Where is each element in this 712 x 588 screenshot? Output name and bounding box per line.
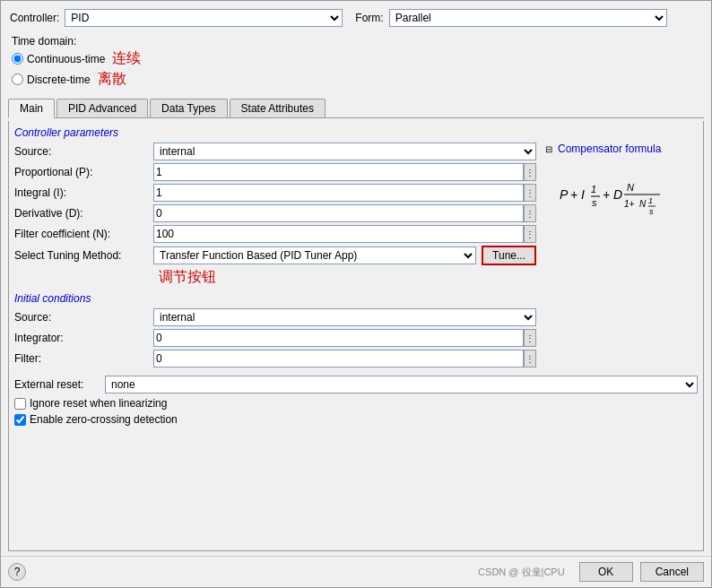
svg-text:1+: 1+ xyxy=(624,199,635,209)
ic-source-wrap: internal xyxy=(153,308,536,326)
discrete-chinese: 离散 xyxy=(98,70,126,89)
integral-input[interactable] xyxy=(153,184,524,202)
filter-coeff-label: Filter coefficient (N): xyxy=(14,228,153,240)
form-label: Form: xyxy=(355,12,383,24)
derivative-row: Derivative (D): ⋮ xyxy=(14,204,536,222)
ic-source-select[interactable]: internal xyxy=(153,308,536,326)
derivative-input[interactable] xyxy=(153,204,524,222)
proportional-wrap: ⋮ xyxy=(153,163,536,181)
filter-ic-label: Filter: xyxy=(14,352,153,365)
ic-source-row: Source: internal xyxy=(14,308,536,326)
filter-coeff-dots[interactable]: ⋮ xyxy=(524,225,536,243)
svg-text:+: + xyxy=(603,187,610,202)
source-input-wrap: internal xyxy=(153,143,536,160)
time-domain-label: Time domain: xyxy=(12,35,700,48)
proportional-row: Proportional (P): ⋮ xyxy=(14,163,536,181)
tuning-wrap: Transfer Function Based (PID Tuner App) … xyxy=(153,246,536,265)
controller-label: Controller: xyxy=(10,12,59,24)
tab-main[interactable]: Main xyxy=(8,99,55,118)
controller-select[interactable]: PID xyxy=(65,9,343,27)
filter-ic-dots[interactable]: ⋮ xyxy=(524,350,536,368)
derivative-label: Derivative (D): xyxy=(14,207,153,220)
left-panel: Source: internal Proportional (P): ⋮ xyxy=(14,143,536,370)
source-label: Source: xyxy=(14,145,153,158)
right-panel: ⊟ Compensator formula P + I 1 xyxy=(536,143,698,370)
derivative-wrap: ⋮ xyxy=(153,204,536,222)
source-select[interactable]: internal xyxy=(153,143,536,160)
integrator-row: Integrator: ⋮ xyxy=(14,329,536,347)
filter-ic-input[interactable] xyxy=(153,350,524,368)
continuous-time-label: Continuous-time xyxy=(27,53,105,65)
tuning-method-select[interactable]: Transfer Function Based (PID Tuner App) xyxy=(153,246,476,264)
filter-coeff-input[interactable] xyxy=(153,225,524,243)
tuning-row: Select Tuning Method: Transfer Function … xyxy=(14,246,536,265)
main-window: Controller: PID Form: Parallel Time doma… xyxy=(0,0,712,588)
source-row: Source: internal xyxy=(14,143,536,160)
derivative-dots[interactable]: ⋮ xyxy=(524,204,536,222)
bottom-bar: ? CSDN @ 役童|CPU OK Cancel xyxy=(1,556,711,587)
ignore-reset-checkbox[interactable] xyxy=(14,398,26,410)
help-button[interactable]: ? xyxy=(8,563,26,581)
svg-text:N: N xyxy=(627,182,634,193)
initial-conditions-label: Initial conditions xyxy=(14,292,536,305)
filter-coeff-wrap: ⋮ xyxy=(153,225,536,243)
main-panel: Controller parameters Source: internal xyxy=(8,121,704,551)
main-content-area: Source: internal Proportional (P): ⋮ xyxy=(14,143,698,370)
cancel-button[interactable]: Cancel xyxy=(640,562,704,582)
tune-button[interactable]: Tune... xyxy=(482,246,536,265)
integrator-input[interactable] xyxy=(153,329,524,347)
tune-annotation: 调节按钮 xyxy=(159,268,216,287)
time-domain-section: Time domain: Continuous-time 连续 Discrete… xyxy=(8,33,704,92)
proportional-dots[interactable]: ⋮ xyxy=(524,163,536,181)
svg-text:1: 1 xyxy=(648,196,653,205)
svg-text:s: s xyxy=(592,197,597,208)
pid-formula-svg: P + I 1 s + D N xyxy=(552,168,704,221)
ok-button[interactable]: OK xyxy=(579,562,633,582)
proportional-input[interactable] xyxy=(153,163,524,181)
svg-text:s: s xyxy=(649,207,654,216)
integral-dots[interactable]: ⋮ xyxy=(524,184,536,202)
proportional-label: Proportional (P): xyxy=(14,166,153,178)
initial-conditions-section: Initial conditions Source: internal xyxy=(14,292,536,368)
svg-text:I: I xyxy=(581,187,585,202)
svg-text:N: N xyxy=(639,199,647,209)
svg-text:D: D xyxy=(613,187,622,202)
controller-params-label: Controller parameters xyxy=(14,126,698,139)
integral-label: Integral (I): xyxy=(14,186,153,199)
discrete-time-row: Discrete-time 离散 xyxy=(12,70,700,89)
zero-crossing-checkbox[interactable] xyxy=(14,414,26,426)
integrator-dots[interactable]: ⋮ xyxy=(524,329,536,347)
discrete-time-label: Discrete-time xyxy=(27,74,91,86)
zero-crossing-label: Enable zero-crossing detection xyxy=(30,413,178,426)
ic-source-label: Source: xyxy=(14,311,153,324)
filter-ic-wrap: ⋮ xyxy=(153,350,536,368)
tab-pid-advanced[interactable]: PID Advanced xyxy=(56,99,148,117)
continuous-time-radio[interactable] xyxy=(12,53,23,65)
filter-ic-row: Filter: ⋮ xyxy=(14,350,536,368)
tab-data-types[interactable]: Data Types xyxy=(150,99,227,117)
external-reset-label: External reset: xyxy=(14,378,100,391)
help-area: ? xyxy=(8,563,26,581)
compensator-formula-link[interactable]: Compensator formula xyxy=(558,143,661,155)
tuning-label: Select Tuning Method: xyxy=(14,249,153,262)
external-reset-select[interactable]: none xyxy=(105,376,698,393)
svg-text:P: P xyxy=(560,187,569,202)
zero-crossing-row: Enable zero-crossing detection xyxy=(14,413,698,426)
watermark-text: CSDN @ 役童|CPU xyxy=(478,566,565,579)
expand-icon: ⊟ xyxy=(545,144,552,154)
tab-state-attributes[interactable]: State Attributes xyxy=(230,99,326,117)
svg-text:1: 1 xyxy=(591,184,596,195)
controller-row: Controller: PID Form: Parallel xyxy=(8,5,704,30)
tab-bar: Main PID Advanced Data Types State Attri… xyxy=(8,99,704,118)
ignore-reset-row: Ignore reset when linearizing xyxy=(14,397,698,410)
form-select[interactable]: Parallel xyxy=(389,9,667,27)
continuous-time-row: Continuous-time 连续 xyxy=(12,49,700,68)
discrete-time-radio[interactable] xyxy=(12,74,23,85)
filter-coeff-row: Filter coefficient (N): ⋮ xyxy=(14,225,536,243)
external-reset-row: External reset: none xyxy=(14,376,698,393)
continuous-chinese: 连续 xyxy=(112,49,141,68)
ignore-reset-label: Ignore reset when linearizing xyxy=(30,397,167,410)
integrator-label: Integrator: xyxy=(14,332,153,344)
integral-row: Integral (I): ⋮ xyxy=(14,184,536,202)
formula-display: P + I 1 s + D N xyxy=(545,160,704,229)
